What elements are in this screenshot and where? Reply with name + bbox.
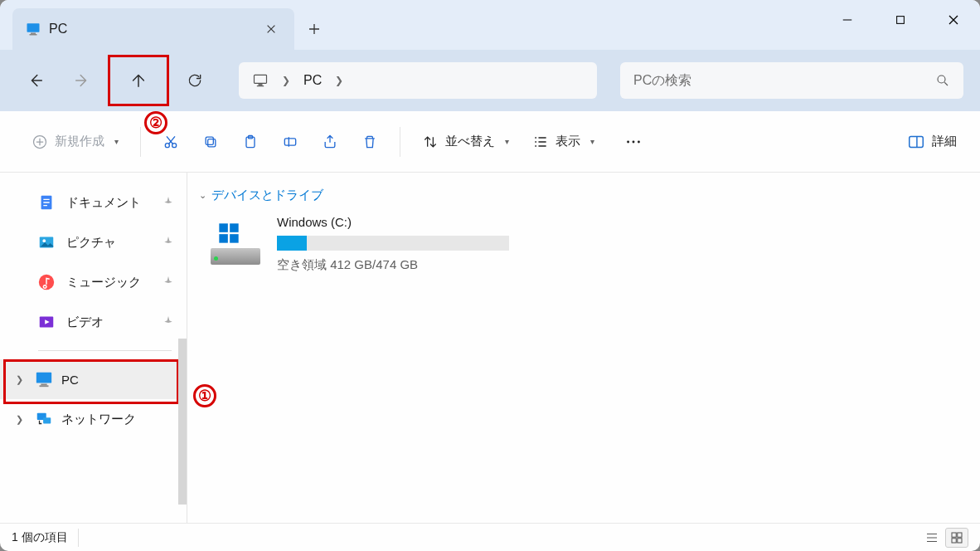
divider	[140, 127, 141, 157]
network-icon	[35, 410, 53, 428]
svg-rect-4	[255, 75, 267, 83]
sidebar-item-music[interactable]: ミュージック	[0, 262, 187, 302]
list-icon	[924, 530, 939, 545]
monitor-icon	[252, 72, 269, 89]
svg-rect-32	[230, 234, 239, 243]
tab-active[interactable]: PC	[12, 8, 294, 50]
sidebar-item-label: ネットワーク	[61, 412, 136, 427]
breadcrumb-pc[interactable]: PC	[303, 73, 322, 88]
document-icon	[36, 193, 56, 212]
window-minimize-button[interactable]	[821, 0, 874, 40]
nav-up-button[interactable]	[118, 63, 159, 98]
maximize-icon	[895, 14, 906, 26]
sidebar-item-label: ビデオ	[66, 315, 104, 330]
sidebar-item-videos[interactable]: ビデオ	[0, 302, 187, 342]
sidebar-scrollbar-thumb[interactable]	[178, 339, 187, 505]
svg-rect-30	[230, 223, 239, 232]
details-pane-icon	[907, 133, 925, 151]
sidebar-item-documents[interactable]: ドキュメント	[0, 183, 187, 222]
chevron-down-icon: ▾	[590, 137, 594, 146]
svg-point-15	[627, 140, 629, 143]
close-icon	[265, 23, 277, 35]
windows-logo-icon	[217, 222, 240, 245]
chevron-down-icon: ▾	[505, 137, 509, 146]
svg-rect-36	[958, 538, 962, 542]
divider	[400, 127, 400, 157]
nav-refresh-button[interactable]	[174, 63, 216, 98]
svg-rect-33	[952, 533, 956, 537]
svg-rect-11	[206, 137, 213, 144]
cut-icon	[163, 134, 179, 150]
svg-rect-35	[952, 538, 956, 542]
new-button[interactable]: 新規作成 ▾	[23, 125, 127, 158]
sidebar-item-pictures[interactable]: ピクチャ	[0, 222, 187, 262]
sidebar-item-pc[interactable]: ❯ PC	[0, 359, 187, 399]
tab-close-button[interactable]	[261, 19, 281, 39]
svg-point-21	[42, 239, 46, 242]
sidebar-quick-access: ドキュメント ピクチャ	[0, 173, 187, 523]
address-bar[interactable]: ❯ PC ❯	[239, 62, 597, 99]
paste-button[interactable]	[234, 125, 267, 158]
rename-button[interactable]	[274, 125, 307, 158]
delete-button[interactable]	[353, 125, 386, 158]
new-label: 新規作成	[55, 134, 104, 149]
sidebar-item-label: ミュージック	[66, 275, 141, 290]
svg-rect-0	[27, 23, 40, 32]
sidebar-item-network[interactable]: ❯ ネットワーク	[0, 399, 187, 439]
new-tab-button[interactable]	[294, 8, 334, 50]
ellipsis-icon	[624, 133, 643, 151]
nav-forward-button[interactable]	[61, 63, 103, 98]
svg-rect-5	[259, 84, 263, 85]
pin-icon	[162, 235, 177, 250]
svg-rect-25	[41, 384, 46, 386]
sidebar-item-label: ピクチャ	[66, 235, 116, 251]
window-maximize-button[interactable]	[874, 0, 927, 40]
drive-icon	[211, 223, 260, 265]
paste-icon	[242, 134, 259, 150]
status-bar: 1 個の項目	[0, 523, 980, 551]
nav-up-callout	[108, 55, 169, 106]
svg-rect-1	[31, 33, 36, 35]
group-header-devices[interactable]: ⌄ デバイスとドライブ	[199, 188, 968, 203]
svg-point-16	[633, 140, 635, 143]
explorer-window: ② ① PC	[0, 0, 980, 551]
more-button[interactable]	[609, 125, 657, 158]
arrow-right-icon	[73, 71, 91, 90]
drive-meta: Windows (C:) 空き領域 412 GB/474 GB	[277, 215, 509, 273]
status-item-count: 1 個の項目	[12, 530, 68, 545]
drive-item[interactable]: Windows (C:) 空き領域 412 GB/474 GB	[199, 215, 968, 273]
arrow-left-icon	[27, 71, 45, 90]
drive-subtitle: 空き領域 412 GB/474 GB	[277, 257, 509, 273]
details-pane-button[interactable]: 詳細	[899, 125, 965, 158]
callout-badge-1: ①	[193, 384, 216, 407]
sort-label: 並べ替え	[445, 134, 495, 149]
group-header-label: デバイスとドライブ	[211, 188, 323, 203]
plus-circle-icon	[32, 134, 48, 150]
tiles-icon	[949, 530, 964, 545]
view-details-button[interactable]	[920, 528, 944, 548]
svg-point-6	[938, 76, 945, 83]
nav-back-button[interactable]	[15, 63, 56, 98]
refresh-icon	[187, 72, 203, 89]
navbar: ❯ PC ❯ PCの検索	[0, 50, 980, 111]
content-pane: ⌄ デバイスとドライブ	[187, 173, 980, 523]
window-close-button[interactable]	[927, 0, 980, 40]
view-button[interactable]: 表示 ▾	[524, 125, 603, 158]
svg-rect-3	[897, 17, 905, 24]
copy-button[interactable]	[194, 125, 227, 158]
share-button[interactable]	[313, 125, 347, 158]
view-icon	[532, 134, 549, 150]
sort-button[interactable]: 並べ替え ▾	[414, 125, 517, 158]
chevron-right-icon: ❯	[282, 75, 290, 86]
divider	[38, 350, 172, 351]
callout-badge-2: ②	[144, 111, 167, 134]
minimize-icon	[842, 14, 853, 26]
sidebar-item-label: PC	[61, 373, 79, 387]
svg-rect-28	[43, 417, 51, 423]
search-box[interactable]: PCの検索	[620, 62, 963, 99]
view-tiles-button[interactable]	[945, 528, 968, 548]
sort-icon	[422, 134, 439, 150]
chevron-down-icon: ▾	[114, 137, 119, 146]
plus-icon	[308, 22, 321, 36]
pictures-icon	[36, 232, 56, 252]
